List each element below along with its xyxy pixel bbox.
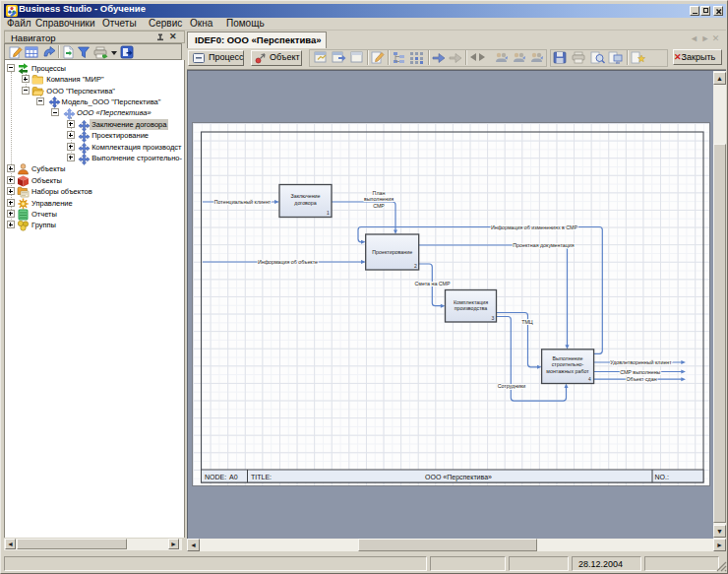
svg-text:2: 2: [414, 263, 417, 269]
svg-text:производства: производства: [455, 305, 488, 311]
svg-text:Проектная документация: Проектная документация: [513, 242, 574, 248]
svg-text:План: План: [373, 190, 386, 196]
svg-text:Сотрудники: Сотрудники: [498, 383, 526, 389]
svg-text:Объект сдан: Объект сдан: [626, 376, 656, 382]
svg-text:Заключение: Заключение: [290, 193, 320, 199]
svg-text:3: 3: [492, 315, 495, 321]
svg-text:монтажных работ: монтажных работ: [546, 368, 589, 374]
svg-text:Удовлетворенный клиент: Удовлетворенный клиент: [610, 359, 672, 365]
svg-text:Проектирование: Проектирование: [372, 249, 412, 255]
svg-text:выполнения: выполнения: [364, 196, 394, 202]
svg-text:Потенциальный клиент: Потенциальный клиент: [214, 199, 272, 205]
svg-text:СМР: СМР: [373, 203, 385, 209]
svg-text:ТМЦ: ТМЦ: [521, 319, 533, 325]
svg-text:A0: A0: [229, 474, 238, 480]
svg-text:Информация об объекте: Информация об объекте: [258, 259, 318, 265]
svg-text:4: 4: [588, 376, 591, 382]
svg-text:СМР выполнены: СМР выполнены: [620, 369, 660, 375]
svg-text:Смета на СМР: Смета на СМР: [414, 281, 451, 287]
svg-text:договора: договора: [294, 200, 316, 206]
svg-text:строительно-: строительно-: [552, 361, 584, 367]
svg-text:Выполнение: Выполнение: [553, 355, 583, 361]
svg-text:ООО «Перспектива»: ООО «Перспектива»: [425, 474, 492, 481]
svg-text:Информация об изменениях в СМР: Информация об изменениях в СМР: [491, 224, 578, 230]
svg-text:NO.:: NO.:: [655, 474, 669, 480]
svg-text:1: 1: [327, 210, 330, 216]
svg-text:NODE:: NODE:: [205, 474, 226, 480]
svg-text:TITLE:: TITLE:: [251, 474, 272, 480]
svg-text:Комплектация: Комплектация: [454, 299, 488, 305]
